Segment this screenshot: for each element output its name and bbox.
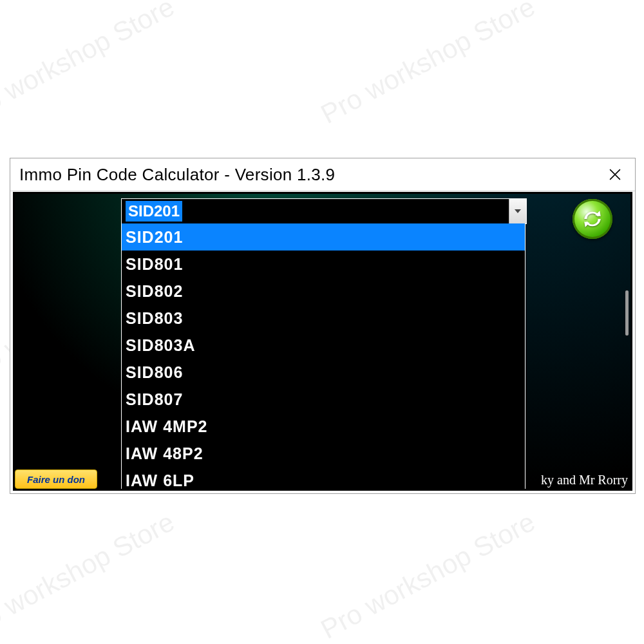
ecu-option[interactable]: IAW 4MP2 xyxy=(122,413,525,440)
ecu-option[interactable]: SID803 xyxy=(122,305,525,332)
combobox-selected: SID201 xyxy=(122,199,509,223)
title-bar: Immo Pin Code Calculator - Version 1.3.9 xyxy=(10,158,635,191)
ecu-option[interactable]: SID801 xyxy=(122,251,525,278)
scrollbar-thumb[interactable] xyxy=(625,290,629,336)
close-button[interactable] xyxy=(600,162,630,187)
ecu-option[interactable]: SID201 xyxy=(122,223,525,251)
watermark-text: Pro workshop Store xyxy=(0,506,180,644)
watermark-text: Pro workshop Store xyxy=(316,506,540,644)
app-window: Immo Pin Code Calculator - Version 1.3.9… xyxy=(10,158,636,494)
credits-text: ky and Mr Rorry xyxy=(541,473,628,488)
ecu-option[interactable]: SID803A xyxy=(122,332,525,359)
ecu-option[interactable]: IAW 48P2 xyxy=(122,440,525,467)
ecu-option[interactable]: IAW 6LP xyxy=(122,467,525,491)
chevron-down-icon xyxy=(515,209,521,213)
refresh-icon xyxy=(582,208,603,230)
combobox-selected-text: SID201 xyxy=(126,201,182,222)
ecu-option[interactable]: SID806 xyxy=(122,359,525,386)
watermark-text: Pro workshop Store xyxy=(0,0,180,130)
ecu-dropdown-list[interactable]: SID201SID801SID802SID803SID803ASID806SID… xyxy=(121,223,526,491)
ecu-option[interactable]: SID807 xyxy=(122,386,525,413)
ecu-option[interactable]: SID802 xyxy=(122,278,525,305)
watermark-text: Pro workshop Store xyxy=(316,0,540,130)
donate-button[interactable]: Faire un don xyxy=(15,469,97,489)
refresh-button[interactable] xyxy=(573,199,612,239)
ecu-combobox[interactable]: SID201 xyxy=(121,198,527,224)
close-icon xyxy=(609,169,621,180)
donate-label: Faire un don xyxy=(27,474,85,485)
combobox-arrow[interactable] xyxy=(509,199,526,223)
client-area: SID201 SID201SID801SID802SID803SID803ASI… xyxy=(13,192,632,491)
window-title: Immo Pin Code Calculator - Version 1.3.9 xyxy=(19,165,600,185)
